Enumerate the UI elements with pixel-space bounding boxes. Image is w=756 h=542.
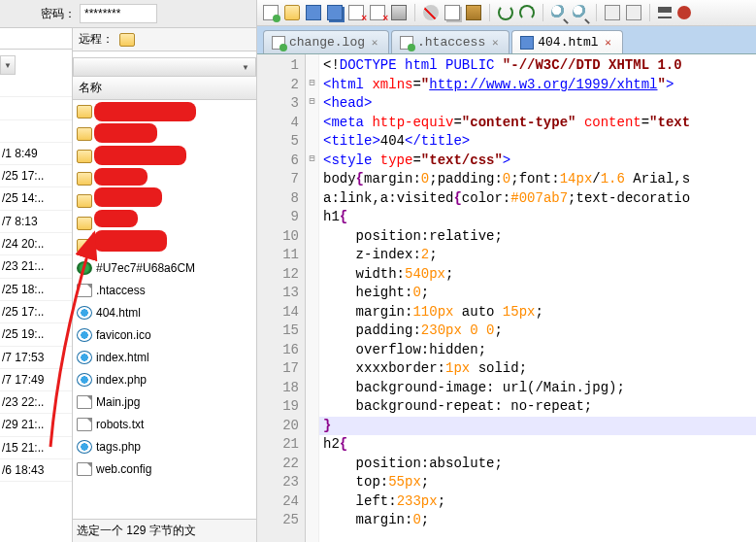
date-column: ▼ /1 8:49/25 17:../25 14:../7 8:13/24 20… [0, 28, 73, 542]
remote-label: 远程： [79, 31, 114, 48]
file-row[interactable]: index.php [73, 368, 256, 390]
date-cell: /25 17:.. [0, 301, 72, 323]
editor-tab[interactable]: .htaccess✕ [391, 30, 509, 53]
date-cell: /25 14:.. [0, 187, 72, 210]
date-cell: /23 22:.. [0, 391, 72, 414]
date-cell [0, 120, 72, 143]
file-icon [77, 462, 92, 476]
ftp-login-row: 密码： [0, 0, 256, 28]
file-row[interactable]: web.config [73, 457, 256, 480]
code-area[interactable]: <!DOCTYPE html PUBLIC "-//W3C//DTD XHTML… [319, 54, 756, 542]
ie-icon [77, 440, 92, 454]
date-cell [0, 75, 72, 97]
file-row[interactable]: #U7ec7#U68a6CM [73, 256, 256, 279]
editor-tab[interactable]: change.log✕ [263, 30, 389, 53]
ftp-panel: 密码： ▼ /1 8:49/25 17:../25 14:../7 8:13/2… [0, 0, 257, 542]
fold-gutter[interactable]: ⊟⊟ ⊟ [306, 54, 319, 542]
line-number-gutter: 1234567891011121314151617181920212223242… [257, 54, 306, 542]
remote-pane: 远程： ▼ 名称 #U7ec7#U68a6CM.htaccess404.html… [73, 28, 256, 542]
file-row[interactable]: 404.html [73, 301, 256, 323]
date-cell: /7 17:53 [0, 347, 72, 369]
copy-icon[interactable] [444, 5, 460, 20]
editor-panel: change.log✕.htaccess✕404.html✕ 123456789… [257, 0, 756, 542]
password-label: 密码： [41, 6, 76, 22]
folder-icon [77, 127, 92, 141]
password-input[interactable] [80, 4, 157, 23]
file-row[interactable]: tags.php [73, 435, 256, 457]
date-cell: /24 20:.. [0, 233, 72, 255]
new-file-icon[interactable] [263, 5, 279, 20]
close-icon[interactable] [348, 5, 364, 20]
file-name: 404.html [96, 306, 141, 320]
date-cell: /29 21:.. [0, 414, 72, 436]
file-type-icon [272, 36, 285, 50]
tab-bar: change.log✕.htaccess✕404.html✕ [257, 26, 756, 54]
date-cell: /25 19:.. [0, 323, 72, 346]
tab-label: .htaccess [417, 35, 485, 50]
file-name: #U7ec7#U68a6CM [96, 261, 195, 275]
tab-label: 404.html [538, 35, 598, 50]
name-column-header[interactable]: 名称 [73, 77, 256, 100]
close-tab-icon[interactable]: ✕ [369, 37, 380, 49]
zoom-out-icon[interactable] [626, 5, 641, 20]
folder-icon [77, 172, 92, 186]
file-row[interactable]: robots.txt [73, 413, 256, 435]
close-all-icon[interactable] [370, 5, 385, 20]
date-cell: /6 18:43 [0, 459, 72, 482]
close-tab-icon[interactable]: ✕ [603, 37, 614, 49]
date-cell [0, 97, 72, 119]
file-name: web.config [96, 462, 151, 476]
globe-icon [77, 261, 92, 275]
file-list[interactable]: #U7ec7#U68a6CM.htaccess404.htmlfavicon.i… [73, 100, 256, 519]
combo-dropdown-icon[interactable]: ▼ [0, 55, 16, 75]
folder-icon [77, 105, 92, 119]
file-icon [77, 395, 92, 409]
file-row[interactable]: index.html [73, 346, 256, 368]
remote-path-dropdown[interactable]: ▼ [73, 57, 256, 77]
replace-icon[interactable] [573, 5, 588, 20]
file-name: index.php [96, 373, 147, 387]
date-cell: /15 21:.. [0, 437, 72, 459]
file-name: favicon.ico [96, 328, 151, 342]
status-bar: 选定一个 129 字节的文 [73, 519, 256, 542]
file-name: tags.php [96, 440, 141, 454]
folder-icon[interactable] [119, 33, 135, 47]
ie-icon [77, 373, 92, 387]
cut-icon[interactable] [423, 5, 439, 20]
date-cell: /25 17:.. [0, 165, 72, 187]
find-icon[interactable] [551, 5, 567, 20]
file-type-icon [520, 36, 534, 50]
tab-label: change.log [289, 35, 365, 50]
file-row[interactable]: Main.jpg [73, 390, 256, 413]
print-icon[interactable] [391, 5, 407, 20]
file-row[interactable]: .htaccess [73, 279, 256, 301]
folder-icon [77, 217, 92, 230]
ie-icon [77, 328, 92, 342]
date-cell: /1 8:49 [0, 143, 72, 165]
file-name: .htaccess [96, 284, 146, 297]
file-type-icon [400, 36, 413, 50]
file-row[interactable]: favicon.ico [73, 323, 256, 346]
file-name: Main.jpg [96, 395, 140, 409]
date-cell: /23 21:.. [0, 255, 72, 278]
close-tab-icon[interactable]: ✕ [489, 37, 501, 49]
redo-icon[interactable] [519, 5, 535, 20]
open-icon[interactable] [284, 5, 300, 20]
record-macro-icon[interactable] [677, 6, 691, 19]
date-cell: /7 17:49 [0, 369, 72, 391]
save-all-icon[interactable] [327, 5, 343, 20]
undo-icon[interactable] [498, 5, 513, 20]
editor-toolbar [257, 0, 756, 26]
zoom-in-icon[interactable] [605, 5, 620, 20]
save-icon[interactable] [306, 5, 321, 20]
file-name: index.html [96, 351, 149, 364]
editor-tab[interactable]: 404.html✕ [511, 30, 622, 53]
word-wrap-icon[interactable] [658, 7, 672, 18]
file-icon [77, 284, 92, 297]
code-editor[interactable]: 1234567891011121314151617181920212223242… [257, 54, 756, 542]
folder-icon [77, 239, 92, 253]
ie-icon [77, 351, 92, 364]
ie-icon [77, 306, 92, 320]
paste-icon[interactable] [466, 5, 481, 20]
folder-icon [77, 194, 92, 208]
